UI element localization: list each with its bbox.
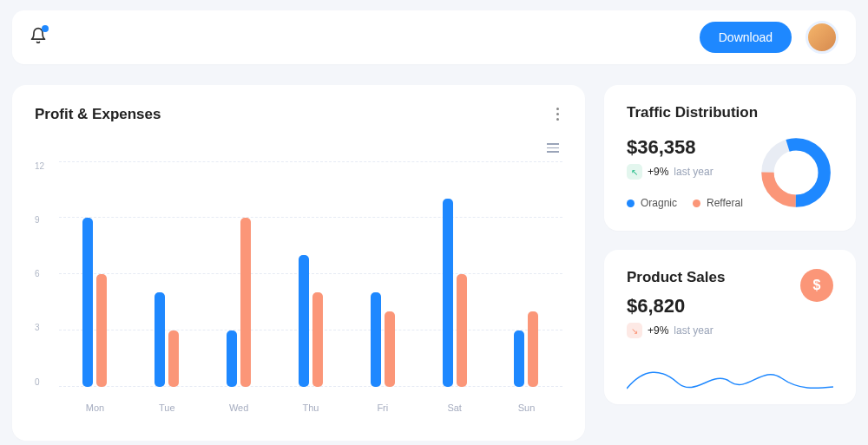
- bar: [457, 274, 467, 387]
- bar: [385, 311, 395, 387]
- sales-sparkline: [627, 357, 833, 399]
- profit-expenses-chart: 129630 MonTueWedThuFriSatSun: [35, 161, 562, 422]
- bar: [168, 330, 179, 387]
- x-tick: Tue: [136, 402, 197, 413]
- bar-group: [424, 199, 485, 387]
- bar-group: [280, 255, 341, 387]
- y-tick: 9: [35, 215, 44, 225]
- bar: [227, 330, 237, 387]
- bar: [82, 218, 93, 387]
- bar-group: [136, 292, 197, 386]
- bar: [299, 255, 309, 387]
- x-tick: Mon: [65, 402, 126, 413]
- bar-group: [65, 218, 126, 387]
- traffic-card: Traffic Distribution $36,358 ↖ +9% last …: [604, 85, 856, 231]
- y-tick: 0: [35, 377, 44, 387]
- bar: [443, 199, 453, 387]
- topbar: Download: [12, 10, 856, 64]
- bar: [155, 292, 165, 386]
- legend-referral: Refferal: [693, 197, 743, 209]
- bar-group: [496, 311, 557, 387]
- traffic-donut-chart: [759, 134, 833, 212]
- sales-change: +9%: [648, 324, 668, 337]
- legend-organic: Oragnic: [627, 197, 677, 209]
- bar: [528, 311, 538, 387]
- y-tick: 12: [35, 161, 44, 171]
- bar: [371, 292, 381, 386]
- notification-dot: [42, 25, 49, 32]
- sales-change-label: last year: [674, 324, 713, 337]
- dollar-icon: $: [800, 269, 833, 302]
- x-tick: Sat: [424, 402, 485, 413]
- bar: [96, 274, 107, 387]
- x-tick: Thu: [280, 402, 341, 413]
- bar-group: [208, 218, 269, 387]
- y-tick: 6: [35, 269, 44, 278]
- traffic-change-label: last year: [674, 166, 713, 178]
- chart-menu-icon[interactable]: [543, 140, 562, 156]
- profit-expenses-card: Profit & Expenses 129630 MonTueWedThuFri…: [12, 85, 585, 441]
- trend-down-icon: ↘: [627, 323, 642, 338]
- traffic-change: +9%: [648, 166, 668, 178]
- x-tick: Sun: [496, 402, 557, 413]
- y-tick: 3: [35, 323, 44, 332]
- traffic-title: Traffic Distribution: [627, 104, 833, 121]
- sales-value: $6,820: [627, 295, 725, 317]
- x-tick: Wed: [208, 402, 269, 413]
- x-tick: Fri: [352, 402, 413, 413]
- trend-up-icon: ↖: [627, 164, 642, 180]
- product-sales-card: Product Sales $6,820 ↘ +9% last year $: [604, 250, 856, 404]
- bar-group: [352, 292, 413, 386]
- bar: [514, 330, 524, 387]
- bar: [240, 218, 251, 387]
- traffic-value: $36,358: [627, 136, 743, 159]
- notifications-button[interactable]: [30, 27, 47, 48]
- download-button[interactable]: Download: [700, 22, 792, 53]
- profit-expenses-title: Profit & Expenses: [35, 106, 161, 123]
- bar: [312, 292, 323, 386]
- sales-title: Product Sales: [627, 269, 725, 286]
- avatar[interactable]: [806, 21, 838, 54]
- kebab-menu[interactable]: [553, 104, 562, 124]
